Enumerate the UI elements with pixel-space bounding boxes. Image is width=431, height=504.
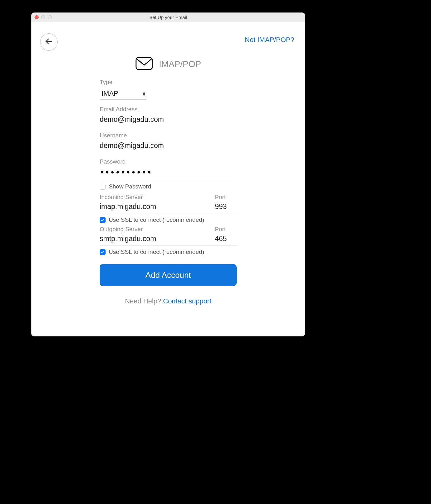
window-controls xyxy=(35,13,52,22)
show-password-checkbox[interactable] xyxy=(100,184,106,190)
page-header: IMAP/POP xyxy=(31,22,305,72)
incoming-ssl-row: Use SSL to connect (recommended) xyxy=(100,216,237,223)
need-help-text: Need Help? xyxy=(125,297,163,305)
arrow-left-icon xyxy=(45,37,53,47)
contact-support-link[interactable]: Contact support xyxy=(163,297,211,305)
outgoing-port-label: Port xyxy=(215,226,237,233)
back-button[interactable] xyxy=(40,33,58,51)
add-account-button[interactable]: Add Account xyxy=(100,264,237,286)
username-label: Username xyxy=(100,132,237,139)
incoming-ssl-label: Use SSL to connect (recommended) xyxy=(109,216,204,223)
window-title: Set Up your Email xyxy=(149,15,187,20)
zoom-window-button[interactable] xyxy=(48,15,52,19)
outgoing-server-label: Outgoing Server xyxy=(100,226,207,233)
outgoing-ssl-row: Use SSL to connect (recommended) xyxy=(100,249,237,255)
show-password-label: Show Password xyxy=(109,183,151,190)
type-select[interactable]: IMAP ▴▾ xyxy=(100,88,146,100)
incoming-ssl-checkbox[interactable] xyxy=(100,217,106,223)
updown-arrows-icon: ▴▾ xyxy=(143,91,146,96)
outgoing-ssl-label: Use SSL to connect (recommended) xyxy=(109,249,204,255)
svg-rect-1 xyxy=(136,58,152,70)
username-input[interactable] xyxy=(100,139,237,153)
close-window-button[interactable] xyxy=(35,15,39,19)
page-title: IMAP/POP xyxy=(159,59,201,69)
outgoing-ssl-checkbox[interactable] xyxy=(100,249,106,255)
incoming-port-label: Port xyxy=(215,194,237,201)
incoming-server-label: Incoming Server xyxy=(100,194,207,201)
email-label: Email Address xyxy=(100,106,237,113)
incoming-server-input[interactable] xyxy=(100,201,207,213)
titlebar: Set Up your Email xyxy=(31,13,305,22)
minimize-window-button[interactable] xyxy=(41,15,45,19)
type-label: Type xyxy=(100,79,237,86)
setup-email-window: Set Up your Email Not IMAP/POP? IMAP/POP xyxy=(31,12,305,336)
outgoing-port-input[interactable] xyxy=(215,233,237,245)
show-password-row: Show Password xyxy=(100,183,237,190)
password-input[interactable]: ●●●●●●●●●● xyxy=(100,165,237,180)
email-input[interactable] xyxy=(100,113,237,127)
account-form: Type IMAP ▴▾ Email Address Username Pass… xyxy=(100,79,237,305)
type-select-value: IMAP xyxy=(102,89,143,97)
outgoing-server-input[interactable] xyxy=(100,233,207,245)
not-imap-pop-link[interactable]: Not IMAP/POP? xyxy=(245,36,294,44)
envelope-icon xyxy=(135,56,153,72)
help-footer: Need Help? Contact support xyxy=(100,297,237,305)
password-label: Password xyxy=(100,158,237,165)
incoming-port-input[interactable] xyxy=(215,201,237,213)
content-area: Not IMAP/POP? IMAP/POP Type IMAP ▴▾ Emai… xyxy=(31,22,305,336)
